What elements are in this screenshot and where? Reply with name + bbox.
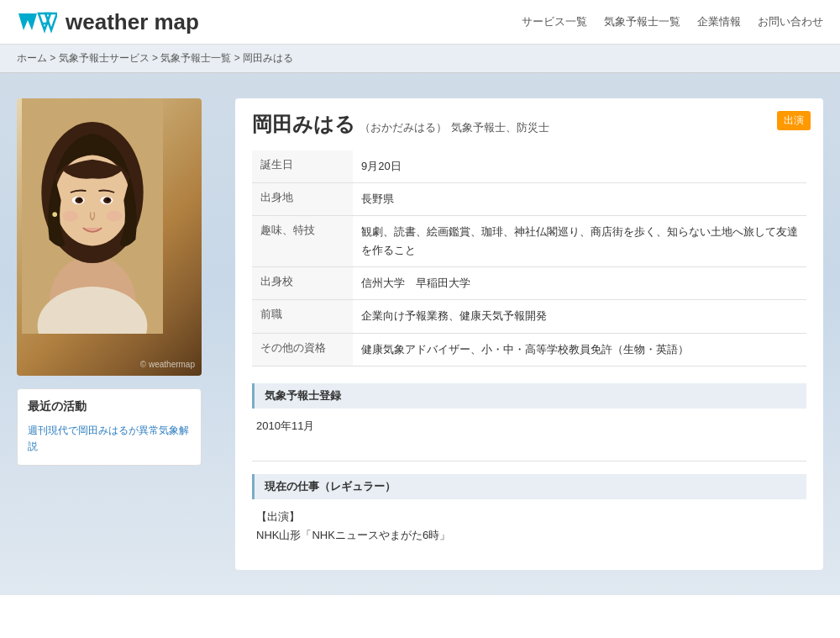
table-label-cell: 出身地: [252, 183, 353, 216]
profile-photo-image: [17, 98, 168, 334]
table-value-cell: 観劇、読書、絵画鑑賞、珈琲、神社仏閣巡り、商店街を歩く、知らない土地へ旅して友達…: [353, 216, 806, 267]
svg-marker-0: [18, 13, 37, 30]
breadcrumb-list[interactable]: 気象予報士一覧: [160, 52, 231, 64]
svg-point-14: [107, 198, 110, 202]
registration-date: 2010年11月: [252, 417, 806, 448]
svg-point-16: [107, 210, 123, 221]
activity-link[interactable]: 週刊現代で岡田みはるが異常気象解説: [28, 424, 189, 452]
divider: [252, 461, 806, 461]
breadcrumb-bar: ホーム > 気象予報士サービス > 気象予報士一覧 > 岡田みはる: [0, 45, 840, 73]
table-row: 前職企業向け予報業務、健康天気予報開発: [252, 300, 806, 333]
name-reading: （おかだみはる）: [360, 121, 447, 134]
breadcrumb-sep2: >: [152, 52, 160, 64]
main-content: © weathermap 最近の活動 週刊現代で岡田みはるが異常気象解説 出演 …: [17, 98, 823, 570]
breadcrumb-sep3: >: [234, 52, 243, 64]
photo-watermark: © weathermap: [140, 360, 195, 369]
info-table: 誕生日9月20日出身地長野県趣味、特技観劇、読書、絵画鑑賞、珈琲、神社仏閣巡り、…: [252, 150, 806, 366]
table-value-cell: 企業向け予報業務、健康天気予報開発: [353, 300, 806, 333]
hero-bg: © weathermap 最近の活動 週刊現代で岡田みはるが異常気象解説 出演 …: [0, 73, 840, 595]
table-row: 趣味、特技観劇、読書、絵画鑑賞、珈琲、神社仏閣巡り、商店街を歩く、知らない土地へ…: [252, 216, 806, 267]
registration-section-header: 気象予報士登録: [252, 383, 806, 409]
current-work-section-header: 現在の仕事（レギュラー）: [252, 474, 806, 499]
appearance-badge: 出演: [777, 111, 811, 130]
left-panel: © weathermap 最近の活動 週刊現代で岡田みはるが異常気象解説: [17, 98, 218, 570]
table-value-cell: 9月20日: [353, 150, 806, 183]
table-row: 出身地長野県: [252, 183, 806, 216]
profile-photo: © weathermap: [17, 98, 202, 376]
title-desc: 気象予報士、防災士: [451, 121, 549, 134]
breadcrumb-service[interactable]: 気象予報士サービス: [59, 52, 150, 64]
header: weather map サービス一覧 気象予報士一覧 企業情報 お問い合わせ: [0, 0, 840, 45]
activity-box: 最近の活動 週刊現代で岡田みはるが異常気象解説: [17, 388, 202, 466]
table-label-cell: 出身校: [252, 267, 353, 300]
right-panel: 出演 岡田みはる（おかだみはる）気象予報士、防災士 誕生日9月20日出身地長野県…: [235, 98, 823, 570]
navigation: サービス一覧 気象予報士一覧 企業情報 お問い合わせ: [522, 14, 823, 29]
name-area: 岡田みはる（おかだみはる）気象予報士、防災士: [252, 111, 806, 138]
name-kanji: 岡田みはる: [252, 113, 355, 135]
breadcrumb-current: 岡田みはる: [243, 52, 293, 64]
logo-area: weather map: [17, 8, 199, 35]
svg-point-13: [78, 198, 81, 202]
table-value-cell: 健康気象アドバイザー、小・中・高等学校教員免許（生物・英語）: [353, 333, 806, 366]
nav-company[interactable]: 企業情報: [697, 14, 741, 29]
current-work-content: 【出演】NHK山形「NHKニュースやまがた6時」: [252, 508, 806, 557]
breadcrumb-home[interactable]: ホーム: [17, 52, 47, 64]
table-label-cell: その他の資格: [252, 333, 353, 366]
table-value-cell: 長野県: [353, 183, 806, 216]
table-label-cell: 誕生日: [252, 150, 353, 183]
table-row: その他の資格健康気象アドバイザー、小・中・高等学校教員免許（生物・英語）: [252, 333, 806, 366]
table-row: 出身校信州大学 早稲田大学: [252, 267, 806, 300]
nav-forecaster-list[interactable]: 気象予報士一覧: [604, 14, 680, 29]
logo-icon: [17, 8, 57, 35]
svg-point-17: [52, 212, 57, 217]
breadcrumb-sep1: >: [50, 52, 58, 64]
nav-service[interactable]: サービス一覧: [522, 14, 587, 29]
nav-contact[interactable]: お問い合わせ: [758, 14, 823, 29]
table-row: 誕生日9月20日: [252, 150, 806, 183]
logo-text: weather map: [66, 9, 199, 35]
svg-point-15: [63, 210, 79, 221]
table-value-cell: 信州大学 早稲田大学: [353, 267, 806, 300]
table-label-cell: 趣味、特技: [252, 216, 353, 267]
table-label-cell: 前職: [252, 300, 353, 333]
activity-title: 最近の活動: [28, 399, 191, 414]
